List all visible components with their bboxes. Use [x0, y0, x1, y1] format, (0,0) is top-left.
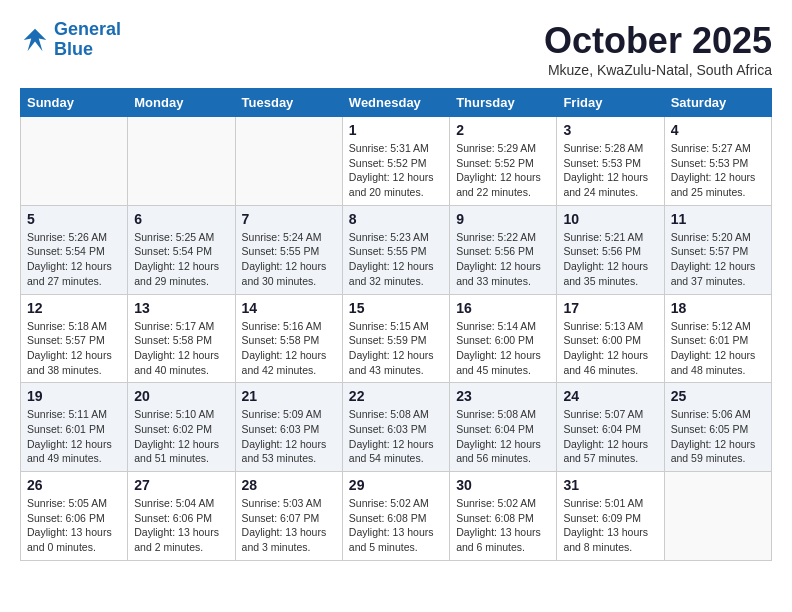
day-info: Sunrise: 5:09 AM Sunset: 6:03 PM Dayligh…	[242, 407, 336, 466]
calendar-cell: 2Sunrise: 5:29 AM Sunset: 5:52 PM Daylig…	[450, 117, 557, 206]
calendar-cell: 4Sunrise: 5:27 AM Sunset: 5:53 PM Daylig…	[664, 117, 771, 206]
calendar-cell: 24Sunrise: 5:07 AM Sunset: 6:04 PM Dayli…	[557, 383, 664, 472]
day-header-sunday: Sunday	[21, 89, 128, 117]
day-number: 12	[27, 300, 121, 316]
day-number: 21	[242, 388, 336, 404]
calendar-cell: 26Sunrise: 5:05 AM Sunset: 6:06 PM Dayli…	[21, 472, 128, 561]
day-number: 13	[134, 300, 228, 316]
day-number: 26	[27, 477, 121, 493]
calendar-table: SundayMondayTuesdayWednesdayThursdayFrid…	[20, 88, 772, 561]
day-number: 5	[27, 211, 121, 227]
calendar-header-row: SundayMondayTuesdayWednesdayThursdayFrid…	[21, 89, 772, 117]
location: Mkuze, KwaZulu-Natal, South Africa	[544, 62, 772, 78]
calendar-cell: 11Sunrise: 5:20 AM Sunset: 5:57 PM Dayli…	[664, 205, 771, 294]
calendar-cell: 22Sunrise: 5:08 AM Sunset: 6:03 PM Dayli…	[342, 383, 449, 472]
calendar-cell: 16Sunrise: 5:14 AM Sunset: 6:00 PM Dayli…	[450, 294, 557, 383]
calendar-cell: 17Sunrise: 5:13 AM Sunset: 6:00 PM Dayli…	[557, 294, 664, 383]
day-number: 8	[349, 211, 443, 227]
day-info: Sunrise: 5:06 AM Sunset: 6:05 PM Dayligh…	[671, 407, 765, 466]
calendar-cell: 5Sunrise: 5:26 AM Sunset: 5:54 PM Daylig…	[21, 205, 128, 294]
day-info: Sunrise: 5:27 AM Sunset: 5:53 PM Dayligh…	[671, 141, 765, 200]
day-info: Sunrise: 5:13 AM Sunset: 6:00 PM Dayligh…	[563, 319, 657, 378]
day-header-wednesday: Wednesday	[342, 89, 449, 117]
day-number: 11	[671, 211, 765, 227]
day-info: Sunrise: 5:10 AM Sunset: 6:02 PM Dayligh…	[134, 407, 228, 466]
day-header-monday: Monday	[128, 89, 235, 117]
calendar-cell: 10Sunrise: 5:21 AM Sunset: 5:56 PM Dayli…	[557, 205, 664, 294]
calendar-week-row: 1Sunrise: 5:31 AM Sunset: 5:52 PM Daylig…	[21, 117, 772, 206]
day-info: Sunrise: 5:05 AM Sunset: 6:06 PM Dayligh…	[27, 496, 121, 555]
day-number: 18	[671, 300, 765, 316]
day-number: 28	[242, 477, 336, 493]
calendar-cell: 6Sunrise: 5:25 AM Sunset: 5:54 PM Daylig…	[128, 205, 235, 294]
day-number: 3	[563, 122, 657, 138]
calendar-cell: 9Sunrise: 5:22 AM Sunset: 5:56 PM Daylig…	[450, 205, 557, 294]
title-block: October 2025 Mkuze, KwaZulu-Natal, South…	[544, 20, 772, 78]
day-info: Sunrise: 5:24 AM Sunset: 5:55 PM Dayligh…	[242, 230, 336, 289]
calendar-cell: 1Sunrise: 5:31 AM Sunset: 5:52 PM Daylig…	[342, 117, 449, 206]
day-info: Sunrise: 5:07 AM Sunset: 6:04 PM Dayligh…	[563, 407, 657, 466]
day-info: Sunrise: 5:17 AM Sunset: 5:58 PM Dayligh…	[134, 319, 228, 378]
calendar-cell: 21Sunrise: 5:09 AM Sunset: 6:03 PM Dayli…	[235, 383, 342, 472]
calendar-cell	[235, 117, 342, 206]
calendar-cell: 29Sunrise: 5:02 AM Sunset: 6:08 PM Dayli…	[342, 472, 449, 561]
calendar-cell	[664, 472, 771, 561]
day-info: Sunrise: 5:08 AM Sunset: 6:04 PM Dayligh…	[456, 407, 550, 466]
day-number: 19	[27, 388, 121, 404]
day-info: Sunrise: 5:11 AM Sunset: 6:01 PM Dayligh…	[27, 407, 121, 466]
calendar-cell: 25Sunrise: 5:06 AM Sunset: 6:05 PM Dayli…	[664, 383, 771, 472]
day-info: Sunrise: 5:15 AM Sunset: 5:59 PM Dayligh…	[349, 319, 443, 378]
day-number: 31	[563, 477, 657, 493]
day-number: 23	[456, 388, 550, 404]
calendar-cell: 14Sunrise: 5:16 AM Sunset: 5:58 PM Dayli…	[235, 294, 342, 383]
day-number: 10	[563, 211, 657, 227]
calendar-cell: 3Sunrise: 5:28 AM Sunset: 5:53 PM Daylig…	[557, 117, 664, 206]
calendar-cell: 30Sunrise: 5:02 AM Sunset: 6:08 PM Dayli…	[450, 472, 557, 561]
day-number: 14	[242, 300, 336, 316]
calendar-week-row: 19Sunrise: 5:11 AM Sunset: 6:01 PM Dayli…	[21, 383, 772, 472]
day-info: Sunrise: 5:22 AM Sunset: 5:56 PM Dayligh…	[456, 230, 550, 289]
day-number: 20	[134, 388, 228, 404]
calendar-cell: 13Sunrise: 5:17 AM Sunset: 5:58 PM Dayli…	[128, 294, 235, 383]
calendar-cell: 28Sunrise: 5:03 AM Sunset: 6:07 PM Dayli…	[235, 472, 342, 561]
day-info: Sunrise: 5:04 AM Sunset: 6:06 PM Dayligh…	[134, 496, 228, 555]
svg-marker-0	[24, 29, 47, 52]
day-info: Sunrise: 5:31 AM Sunset: 5:52 PM Dayligh…	[349, 141, 443, 200]
calendar-cell	[128, 117, 235, 206]
calendar-cell: 18Sunrise: 5:12 AM Sunset: 6:01 PM Dayli…	[664, 294, 771, 383]
day-number: 27	[134, 477, 228, 493]
day-number: 25	[671, 388, 765, 404]
calendar-cell: 31Sunrise: 5:01 AM Sunset: 6:09 PM Dayli…	[557, 472, 664, 561]
day-header-friday: Friday	[557, 89, 664, 117]
day-info: Sunrise: 5:16 AM Sunset: 5:58 PM Dayligh…	[242, 319, 336, 378]
day-info: Sunrise: 5:20 AM Sunset: 5:57 PM Dayligh…	[671, 230, 765, 289]
calendar-week-row: 26Sunrise: 5:05 AM Sunset: 6:06 PM Dayli…	[21, 472, 772, 561]
day-number: 7	[242, 211, 336, 227]
calendar-week-row: 12Sunrise: 5:18 AM Sunset: 5:57 PM Dayli…	[21, 294, 772, 383]
day-header-tuesday: Tuesday	[235, 89, 342, 117]
day-number: 17	[563, 300, 657, 316]
day-info: Sunrise: 5:23 AM Sunset: 5:55 PM Dayligh…	[349, 230, 443, 289]
calendar-cell: 8Sunrise: 5:23 AM Sunset: 5:55 PM Daylig…	[342, 205, 449, 294]
logo: General Blue	[20, 20, 121, 60]
day-info: Sunrise: 5:18 AM Sunset: 5:57 PM Dayligh…	[27, 319, 121, 378]
calendar-cell: 7Sunrise: 5:24 AM Sunset: 5:55 PM Daylig…	[235, 205, 342, 294]
logo-icon	[20, 25, 50, 55]
day-number: 6	[134, 211, 228, 227]
calendar-cell	[21, 117, 128, 206]
month-title: October 2025	[544, 20, 772, 62]
day-info: Sunrise: 5:21 AM Sunset: 5:56 PM Dayligh…	[563, 230, 657, 289]
day-number: 1	[349, 122, 443, 138]
day-info: Sunrise: 5:26 AM Sunset: 5:54 PM Dayligh…	[27, 230, 121, 289]
day-number: 2	[456, 122, 550, 138]
page-header: General Blue October 2025 Mkuze, KwaZulu…	[20, 20, 772, 78]
day-info: Sunrise: 5:03 AM Sunset: 6:07 PM Dayligh…	[242, 496, 336, 555]
calendar-cell: 19Sunrise: 5:11 AM Sunset: 6:01 PM Dayli…	[21, 383, 128, 472]
day-info: Sunrise: 5:14 AM Sunset: 6:00 PM Dayligh…	[456, 319, 550, 378]
calendar-cell: 23Sunrise: 5:08 AM Sunset: 6:04 PM Dayli…	[450, 383, 557, 472]
calendar-cell: 15Sunrise: 5:15 AM Sunset: 5:59 PM Dayli…	[342, 294, 449, 383]
day-number: 15	[349, 300, 443, 316]
calendar-week-row: 5Sunrise: 5:26 AM Sunset: 5:54 PM Daylig…	[21, 205, 772, 294]
logo-text: General Blue	[54, 20, 121, 60]
day-number: 30	[456, 477, 550, 493]
